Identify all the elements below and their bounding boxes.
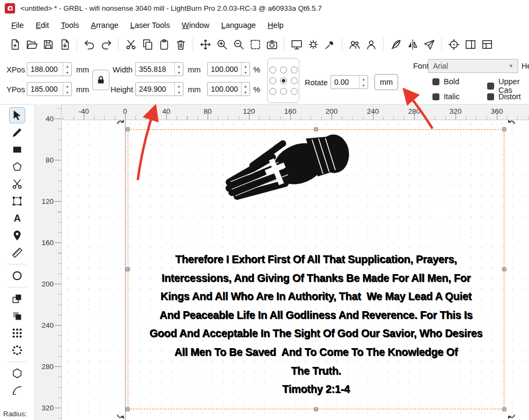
- ruler-tick-label: 240: [41, 321, 54, 329]
- text-icon[interactable]: [10, 211, 25, 226]
- measure-icon[interactable]: [10, 245, 25, 260]
- menu-help[interactable]: Help: [262, 18, 290, 33]
- new-icon[interactable]: [8, 37, 23, 52]
- spin-up-icon[interactable]: ▲: [63, 63, 71, 69]
- rectangle-icon[interactable]: [10, 142, 25, 157]
- delete-icon[interactable]: [173, 37, 188, 52]
- menu-file[interactable]: File: [5, 18, 30, 33]
- frame-icon[interactable]: [248, 37, 263, 52]
- position-icon[interactable]: [10, 228, 25, 243]
- offset-icon[interactable]: [10, 291, 25, 306]
- polygon-icon[interactable]: [10, 159, 25, 174]
- paste-icon[interactable]: [157, 37, 172, 52]
- cut-shapes-icon[interactable]: [10, 176, 25, 191]
- menu-edit[interactable]: Edit: [30, 18, 55, 33]
- rotate-input[interactable]: 0.00 ▲▼: [330, 75, 368, 89]
- anchor-radio[interactable]: [291, 77, 298, 84]
- edit-nodes-icon[interactable]: [10, 194, 25, 209]
- camera-icon[interactable]: [264, 37, 280, 52]
- spin-up-icon[interactable]: ▲: [175, 63, 183, 69]
- ellipse-icon[interactable]: [10, 268, 25, 283]
- selection-handle[interactable]: [503, 128, 506, 131]
- zoom-out-icon[interactable]: [231, 37, 246, 52]
- anchor-radio[interactable]: [291, 88, 298, 95]
- rotate-handle-icon[interactable]: [507, 411, 516, 420]
- menu-arrange[interactable]: Arrange: [85, 18, 124, 33]
- spin-up-icon[interactable]: ▲: [241, 83, 249, 89]
- menu-tools[interactable]: Tools: [55, 18, 85, 33]
- focus-icon[interactable]: [446, 37, 461, 52]
- spin-up-icon[interactable]: ▲: [241, 63, 249, 69]
- spin-down-icon[interactable]: ▼: [241, 89, 249, 95]
- width-input[interactable]: 355.818 ▲▼: [135, 62, 183, 76]
- height-percent-input[interactable]: 100.000 ▲▼: [207, 82, 250, 96]
- italic-checkbox[interactable]: Italic: [432, 92, 460, 101]
- spin-up-icon[interactable]: ▲: [175, 83, 183, 89]
- height-input[interactable]: 249.900 ▲▼: [135, 82, 183, 96]
- device-icon[interactable]: [322, 37, 337, 52]
- menu-language[interactable]: Language: [215, 18, 262, 33]
- selection-handle[interactable]: [314, 408, 318, 411]
- dock-icon[interactable]: [463, 37, 478, 52]
- draw-icon[interactable]: [10, 125, 25, 140]
- team-icon[interactable]: [347, 37, 362, 52]
- design-canvas[interactable]: Therefore I Exhort First Of All That Sup…: [62, 120, 529, 420]
- import-icon[interactable]: [57, 37, 72, 52]
- ypos-input[interactable]: 185.000 ▲▼: [27, 82, 72, 96]
- anchor-radio[interactable]: [280, 67, 287, 73]
- select-icon[interactable]: [10, 108, 25, 123]
- width-percent-input[interactable]: 100.000 ▲▼: [207, 62, 250, 76]
- spin-down-icon[interactable]: ▼: [359, 82, 368, 89]
- arc-icon[interactable]: [10, 383, 25, 398]
- copy-icon[interactable]: [140, 37, 155, 52]
- open-icon[interactable]: [24, 37, 39, 52]
- redo-icon[interactable]: [99, 37, 114, 52]
- layout-icon[interactable]: [480, 37, 495, 52]
- gears-icon[interactable]: [306, 37, 321, 52]
- cut-icon[interactable]: [123, 37, 138, 52]
- spin-up-icon[interactable]: ▲: [63, 83, 71, 89]
- rotate-handle-icon[interactable]: [507, 120, 516, 127]
- selection-handle[interactable]: [126, 408, 130, 411]
- menu-laser-tools[interactable]: Laser Tools: [124, 18, 176, 33]
- praying-hands-image[interactable]: [223, 132, 357, 211]
- font-dropdown[interactable]: Arial ▼: [428, 59, 518, 73]
- selection-handle[interactable]: [314, 128, 318, 131]
- spin-down-icon[interactable]: ▼: [241, 69, 249, 76]
- save-icon[interactable]: [41, 37, 56, 52]
- xpos-input[interactable]: 188.000 ▲▼: [27, 62, 72, 76]
- units-toggle-button[interactable]: mm: [374, 74, 398, 90]
- anchor-radio[interactable]: [280, 88, 287, 95]
- menu-window[interactable]: Window: [176, 18, 216, 33]
- spin-up-icon[interactable]: ▲: [359, 76, 368, 82]
- rotate-handle-icon[interactable]: [116, 120, 125, 127]
- mirror-icon[interactable]: [405, 37, 420, 52]
- distort-checkbox[interactable]: Distort: [487, 92, 521, 101]
- bold-checkbox[interactable]: Bold: [432, 77, 459, 86]
- spin-down-icon[interactable]: ▼: [63, 89, 71, 95]
- anchor-radio[interactable]: [291, 67, 298, 73]
- send-icon[interactable]: [422, 37, 437, 52]
- boolean-icon[interactable]: [10, 308, 25, 323]
- spin-down-icon[interactable]: ▼: [175, 69, 183, 76]
- pan-icon[interactable]: [198, 37, 213, 52]
- undo-icon[interactable]: [82, 37, 97, 52]
- grid-array-icon[interactable]: [10, 326, 25, 341]
- engraved-text-object[interactable]: Therefore I Exhort First Of All That Sup…: [128, 250, 504, 399]
- anchor-radio[interactable]: [269, 77, 276, 84]
- spin-down-icon[interactable]: ▼: [175, 89, 183, 95]
- zoom-in-icon[interactable]: [215, 37, 230, 52]
- radial-array-icon[interactable]: [10, 343, 25, 358]
- anchor-radio-selected[interactable]: [280, 77, 287, 84]
- quill-icon[interactable]: [388, 37, 403, 52]
- lock-aspect-button[interactable]: [92, 70, 109, 90]
- user-icon[interactable]: [364, 37, 379, 52]
- anchor-radio[interactable]: [269, 88, 276, 95]
- polygon-outline-icon[interactable]: [10, 366, 25, 381]
- selection-handle[interactable]: [503, 408, 506, 411]
- anchor-radio[interactable]: [269, 67, 276, 73]
- spin-down-icon[interactable]: ▼: [63, 69, 71, 76]
- rotate-handle-icon[interactable]: [116, 411, 125, 420]
- preview-icon[interactable]: [289, 37, 304, 52]
- selection-handle[interactable]: [126, 128, 130, 131]
